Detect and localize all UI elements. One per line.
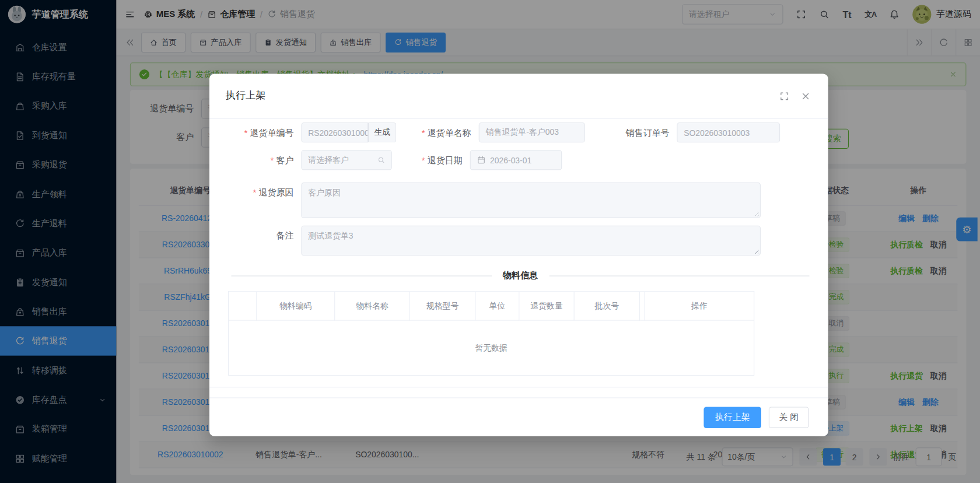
dialog-close-icon[interactable] — [801, 91, 811, 101]
name-input[interactable]: 销售退货单-客户003 — [479, 123, 585, 142]
customer-select[interactable]: 请选择客户 — [301, 150, 391, 170]
remark-textarea[interactable]: 测试退货单3 — [301, 226, 761, 256]
material-column-header: 批次号 — [575, 292, 640, 320]
reason-textarea[interactable]: 客户原因 — [301, 183, 761, 218]
material-column-header: 单位 — [475, 292, 519, 320]
material-column-header: 物料名称 — [335, 292, 410, 320]
order-label: 销售订单号 — [612, 123, 677, 142]
order-input[interactable]: SO202603010003 — [677, 123, 780, 142]
calendar-icon — [477, 156, 486, 164]
material-column-header: 操作 — [645, 292, 754, 320]
close-button[interactable]: 关 闭 — [769, 407, 808, 428]
dialog-body: 退货单编号 RS202603010003 生成 退货单名称 销售退货单-客户00… — [209, 119, 828, 388]
name-label: 退货单名称 — [412, 123, 479, 142]
execute-shelving-dialog: 执行上架 退货单编号 RS202603010003 生成 退货单名称 销售退货单… — [209, 74, 828, 436]
app-root: 芋道管理系统 仓库设置库存现有量采购入库到货通知采购退货生产领料生产退料产品入库… — [0, 0, 980, 483]
material-section-divider: 物料信息 — [231, 270, 809, 281]
generate-button[interactable]: 生成 — [368, 123, 396, 142]
remark-label: 备注 — [228, 226, 301, 246]
material-column-header — [229, 292, 257, 320]
dialog-footer: 执行上架 关 闭 — [209, 397, 828, 436]
dialog-header: 执行上架 — [209, 74, 828, 118]
material-column-header: 退货数量 — [519, 292, 574, 320]
confirm-shelving-button[interactable]: 执行上架 — [704, 407, 762, 428]
reason-label: 退货原因 — [228, 183, 301, 202]
material-column-header: 规格型号 — [410, 292, 476, 320]
material-table-header: 物料编码物料名称规格型号单位退货数量批次号操作 — [229, 292, 754, 320]
dialog-fullscreen-icon[interactable] — [779, 91, 789, 101]
date-picker[interactable]: 2026-03-01 — [470, 150, 562, 170]
code-input[interactable]: RS202603010003 — [301, 123, 368, 142]
material-column-header: 物料编码 — [257, 292, 335, 320]
material-empty-text: 暂无数据 — [229, 321, 754, 376]
customer-label: 客户 — [228, 150, 301, 170]
fixed-column-gap — [640, 292, 645, 320]
material-table: 物料编码物料名称规格型号单位退货数量批次号操作 暂无数据 — [228, 291, 754, 376]
search-icon — [377, 156, 385, 164]
code-label: 退货单编号 — [228, 123, 301, 142]
material-section-title: 物料信息 — [492, 270, 550, 281]
dialog-title: 执行上架 — [226, 89, 266, 103]
date-label: 退货日期 — [403, 150, 470, 170]
